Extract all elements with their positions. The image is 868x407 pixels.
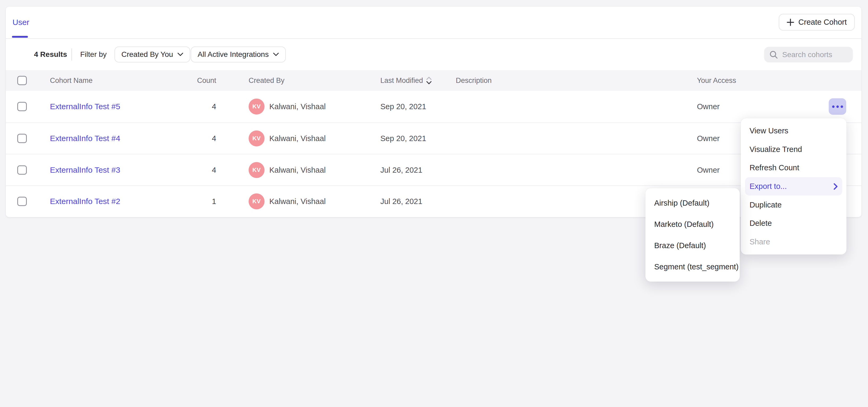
menu-item-label: Duplicate (749, 200, 782, 209)
context-menu-item[interactable]: Refresh Count (741, 159, 846, 177)
created-by-value: Kalwani, Vishaal (269, 165, 326, 174)
chevron-down-icon (273, 53, 279, 56)
created-by-value: Kalwani, Vishaal (269, 102, 326, 111)
avatar: KV (249, 162, 265, 178)
tab-user[interactable]: User (12, 18, 29, 27)
cohort-count: 1 (165, 197, 216, 206)
create-cohort-label: Create Cohort (798, 18, 847, 27)
plus-icon (787, 19, 794, 26)
column-header-count: Count (165, 76, 216, 85)
menu-item-label: View Users (749, 126, 788, 135)
export-destination-item[interactable]: Marketo (Default) (645, 214, 740, 235)
menu-item-label: Delete (749, 219, 772, 228)
search-input[interactable] (782, 51, 847, 59)
kebab-dot (841, 105, 843, 108)
context-menu-item[interactable]: Duplicate (741, 195, 846, 214)
column-header-created-by: Created By (249, 76, 284, 85)
created-by-value: Kalwani, Vishaal (269, 197, 326, 206)
column-header-last-modified[interactable]: Last Modified (380, 76, 432, 85)
avatar: KV (249, 99, 265, 115)
row-checkbox[interactable] (17, 134, 27, 143)
cohort-name-link[interactable]: ExternalInfo Test #3 (50, 165, 120, 175)
column-header-description: Description (456, 76, 492, 85)
created-by-filter-value: Created By You (121, 50, 173, 59)
export-destination-label: Marketo (Default) (654, 220, 714, 229)
cohort-count: 4 (165, 102, 216, 111)
submenu-chevron-right-icon (834, 183, 838, 190)
results-count: 4 Results (34, 50, 67, 59)
integrations-filter-value: All Active Integrations (197, 50, 269, 59)
export-destination-item[interactable]: Braze (Default) (645, 235, 740, 256)
row-checkbox[interactable] (17, 102, 27, 111)
row-checkbox[interactable] (17, 197, 27, 206)
your-access-value: Owner (697, 102, 719, 111)
created-by-filter-dropdown[interactable]: Created By You (115, 46, 190, 62)
menu-item-label: Export to... (749, 182, 787, 191)
context-menu-item[interactable]: View Users (741, 122, 846, 140)
create-cohort-button[interactable]: Create Cohort (779, 14, 855, 31)
export-destination-item[interactable]: Segment (test_segment) (645, 256, 740, 277)
context-menu-item[interactable]: Export to... (745, 177, 842, 196)
your-access-value: Owner (697, 134, 719, 143)
search-icon (770, 51, 778, 59)
menu-item-label: Visualize Trend (749, 145, 802, 154)
export-to-submenu: Airship (Default) Marketo (Default) Braz… (645, 188, 740, 282)
kebab-dot (832, 105, 835, 108)
filter-by-label: Filter by (80, 50, 107, 59)
tab-bar: User Create Cohort (6, 7, 861, 39)
cohort-name-link[interactable]: ExternalInfo Test #4 (50, 134, 120, 143)
row-actions-context-menu: View Users Visualize Trend Refresh Count… (741, 118, 846, 254)
cohort-count: 4 (165, 134, 216, 143)
export-destination-item[interactable]: Airship (Default) (645, 192, 740, 214)
context-menu-item[interactable]: Visualize Trend (741, 140, 846, 159)
row-checkbox[interactable] (17, 165, 27, 175)
active-tab-underline (12, 36, 28, 38)
cohort-name-link[interactable]: ExternalInfo Test #5 (50, 102, 120, 111)
context-menu-item[interactable]: Delete (741, 214, 846, 233)
table-row: ExternalInfo Test #4 4 KV Kalwani, Visha… (6, 123, 861, 154)
table-row: ExternalInfo Test #3 4 KV Kalwani, Visha… (6, 154, 861, 185)
chevron-down-icon (178, 53, 183, 56)
sort-icon (426, 76, 432, 85)
integrations-filter-dropdown[interactable]: All Active Integrations (191, 46, 286, 62)
created-by-value: Kalwani, Vishaal (269, 134, 326, 143)
toolbar: 4 Results Filter by Created By You All A… (6, 39, 861, 70)
cohort-name-link[interactable]: ExternalInfo Test #2 (50, 197, 120, 206)
export-destination-label: Braze (Default) (654, 241, 706, 250)
context-menu-item: Share (741, 233, 846, 251)
last-modified-label: Last Modified (380, 76, 423, 85)
table-row: ExternalInfo Test #5 4 KV Kalwani, Visha… (6, 91, 861, 123)
table-header-row: Cohort Name Count Created By Last Modifi… (6, 70, 861, 91)
export-destination-label: Airship (Default) (654, 199, 709, 208)
kebab-dot (836, 105, 839, 108)
avatar: KV (249, 130, 265, 146)
row-actions-button[interactable] (829, 98, 846, 115)
avatar: KV (249, 193, 265, 209)
last-modified-value: Sep 20, 2021 (380, 134, 426, 143)
last-modified-value: Jul 26, 2021 (380, 165, 422, 174)
last-modified-value: Jul 26, 2021 (380, 197, 422, 206)
column-header-cohort-name: Cohort Name (50, 76, 93, 85)
toolbar-divider (71, 49, 72, 61)
cohort-count: 4 (165, 165, 216, 174)
select-all-checkbox[interactable] (17, 76, 27, 85)
your-access-value: Owner (697, 165, 719, 174)
menu-item-label: Share (749, 238, 770, 246)
last-modified-value: Sep 20, 2021 (380, 102, 426, 111)
column-header-your-access: Your Access (697, 76, 736, 85)
menu-item-label: Refresh Count (749, 163, 799, 172)
cohorts-card: User Create Cohort 4 Results Filter by C… (6, 7, 861, 217)
export-destination-label: Segment (test_segment) (654, 262, 739, 271)
cohorts-page: User Create Cohort 4 Results Filter by C… (0, 0, 868, 407)
search-box (764, 47, 853, 62)
